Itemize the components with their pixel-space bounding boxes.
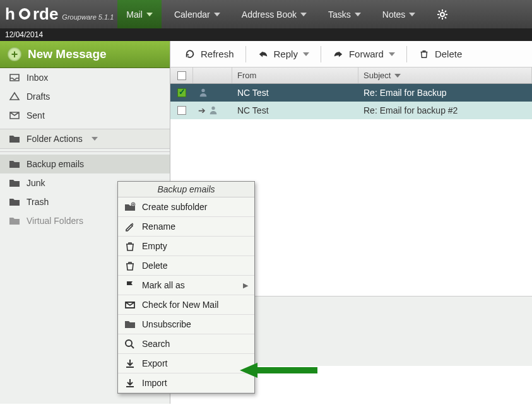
- chevron-down-icon: [92, 137, 98, 141]
- ctx-empty[interactable]: Empty: [118, 237, 254, 256]
- arrow-bar: [257, 367, 317, 373]
- chevron-down-icon: [214, 13, 220, 16]
- nav-settings[interactable]: [428, 0, 457, 28]
- nav-tasks[interactable]: Tasks: [319, 0, 370, 28]
- ctx-create-subfolder-label: Create subfolder: [142, 202, 208, 212]
- ctx-mark-all-as-label: Mark all as: [142, 280, 185, 290]
- new-message-button[interactable]: + New Message: [0, 41, 170, 68]
- refresh-button[interactable]: Refresh: [175, 45, 243, 63]
- ctx-check-new-mail[interactable]: Check for New Mail: [118, 295, 254, 315]
- separator: [406, 46, 407, 62]
- sidebar-junk-label: Junk: [27, 178, 45, 188]
- forward-label: Forward: [349, 49, 384, 59]
- sidebar-sent[interactable]: Sent: [0, 106, 170, 125]
- forward-button[interactable]: Forward: [324, 45, 404, 63]
- nav-address-book[interactable]: Address Book: [233, 0, 316, 28]
- sort-desc-icon: [394, 74, 401, 78]
- sent-icon: [9, 110, 20, 120]
- sidebar-backup-emails-label: Backup emails: [27, 159, 84, 169]
- folder-icon: [9, 178, 20, 188]
- ctx-search[interactable]: Search: [118, 334, 254, 354]
- brand-subtitle: Groupware 5.1.1: [62, 13, 114, 21]
- inbox-icon: [9, 73, 20, 83]
- date-bar: 12/04/2014: [0, 28, 532, 41]
- ctx-import[interactable]: Import: [118, 373, 254, 393]
- reply-label: Reply: [274, 49, 298, 59]
- folder-icon: [9, 134, 20, 144]
- delete-button[interactable]: Delete: [410, 45, 471, 63]
- nav-notes-label: Notes: [382, 9, 406, 20]
- nav-mail[interactable]: Mail: [117, 0, 162, 28]
- sidebar-backup-emails[interactable]: Backup emails: [0, 155, 170, 173]
- gear-icon: [437, 9, 448, 20]
- ctx-export[interactable]: Export: [118, 354, 254, 373]
- trash-icon: [124, 241, 136, 251]
- annotation-arrow: [240, 363, 317, 378]
- col-subject-label: Subject: [364, 71, 391, 80]
- folder-icon: [9, 216, 20, 226]
- brand-logo: hrde Groupware 5.1.1: [5, 4, 114, 24]
- row-from: NC Test: [237, 88, 269, 98]
- ctx-rename[interactable]: Rename: [118, 217, 254, 237]
- new-message-label: New Message: [28, 47, 107, 61]
- sidebar-inbox-label: Inbox: [27, 73, 48, 83]
- sidebar-drafts-label: Drafts: [27, 91, 50, 102]
- checkbox-checked-icon[interactable]: [177, 88, 186, 97]
- ctx-unsubscribe[interactable]: Unsubscribe: [118, 315, 254, 334]
- ctx-create-subfolder[interactable]: Create subfolder: [118, 197, 254, 217]
- refresh-label: Refresh: [201, 49, 234, 59]
- ctx-mark-all-as[interactable]: Mark all as▶: [118, 276, 254, 295]
- trash-icon: [418, 49, 430, 59]
- nav-address-book-label: Address Book: [242, 9, 297, 20]
- ctx-delete[interactable]: Delete: [118, 256, 254, 276]
- chevron-down-icon: [355, 13, 361, 16]
- forward-icon: [333, 49, 344, 59]
- chevron-down-icon: [146, 13, 153, 16]
- ctx-search-label: Search: [142, 339, 170, 349]
- ctx-delete-label: Delete: [142, 261, 167, 271]
- flag-icon: [124, 280, 136, 290]
- new-folder-icon: [124, 202, 136, 212]
- ctx-rename-label: Rename: [142, 221, 175, 232]
- col-checkbox[interactable]: [170, 68, 193, 83]
- mail-row[interactable]: ➔ NC Test Re: Email for backup #2: [170, 102, 532, 119]
- reply-button[interactable]: Reply: [249, 45, 318, 63]
- row-subject: Re: Email for Backup: [364, 88, 447, 98]
- col-icons: [193, 68, 232, 83]
- checkbox-icon[interactable]: [177, 106, 186, 115]
- chevron-down-icon: [303, 52, 309, 56]
- column-header: From Subject: [170, 68, 532, 84]
- folder-icon: [9, 159, 20, 169]
- sidebar-virtual-folders-label: Virtual Folders: [27, 216, 83, 226]
- mail-icon: [124, 300, 136, 310]
- folder-icon: [124, 319, 136, 329]
- nav-calendar-label: Calendar: [174, 9, 210, 20]
- chevron-down-icon: [389, 52, 395, 56]
- pencil-icon: [124, 221, 136, 232]
- submenu-arrow-icon: ▶: [243, 281, 248, 290]
- chevron-down-icon: [300, 13, 307, 16]
- separator: [245, 46, 246, 62]
- nav-calendar[interactable]: Calendar: [165, 0, 229, 28]
- plus-icon: +: [8, 47, 21, 61]
- checkbox-icon: [177, 71, 186, 80]
- nav-mail-label: Mail: [126, 9, 143, 20]
- sidebar-trash-label: Trash: [27, 197, 49, 207]
- sidebar-folder-actions[interactable]: Folder Actions: [0, 129, 170, 149]
- search-icon: [124, 339, 136, 349]
- col-from[interactable]: From: [232, 68, 358, 83]
- mail-row[interactable]: NC Test Re: Email for Backup: [170, 84, 532, 102]
- ctx-export-label: Export: [142, 358, 167, 368]
- forwarded-icon: ➔: [198, 105, 206, 115]
- col-subject[interactable]: Subject: [358, 68, 532, 83]
- sidebar-drafts[interactable]: Drafts: [0, 87, 170, 106]
- logo-o-icon: [19, 8, 30, 20]
- row-subject: Re: Email for backup #2: [364, 105, 458, 115]
- separator: [321, 46, 321, 62]
- top-nav: hrde Groupware 5.1.1 Mail Calendar Addre…: [0, 0, 532, 28]
- nav-notes[interactable]: Notes: [374, 0, 425, 28]
- ctx-empty-label: Empty: [142, 241, 167, 251]
- trash-icon: [124, 261, 136, 271]
- delete-label: Delete: [435, 49, 462, 59]
- sidebar-inbox[interactable]: Inbox: [0, 68, 170, 87]
